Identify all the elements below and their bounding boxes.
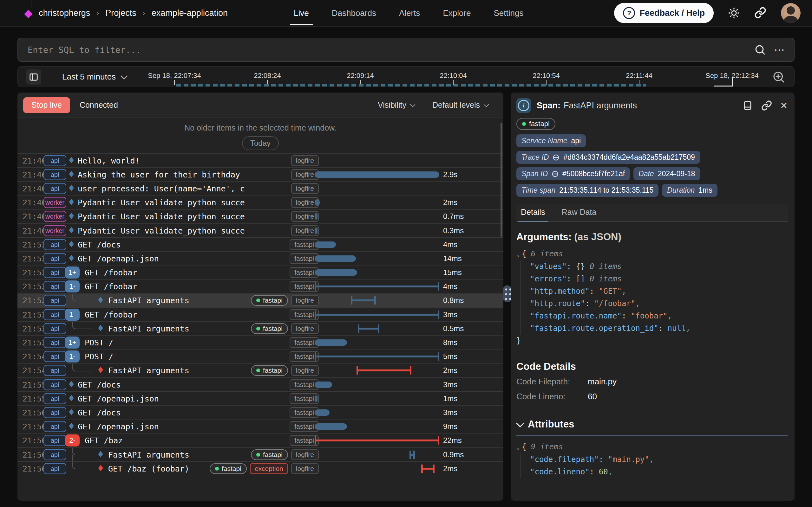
close-icon[interactable]: ✕	[780, 101, 788, 111]
row-tag-api[interactable]: api	[44, 169, 66, 180]
row-tag-worker[interactable]: worker	[44, 211, 66, 222]
row-tag-api[interactable]: api	[44, 253, 66, 264]
child-count-badge[interactable]: 1+	[65, 267, 80, 279]
row-tag-api[interactable]: api	[44, 183, 66, 194]
chevron-down-icon[interactable]	[516, 419, 524, 427]
row-tag-api[interactable]: api	[44, 155, 66, 166]
row-message: FastAPI arguments	[108, 450, 189, 459]
sql-filter-input[interactable]	[18, 45, 754, 55]
copy-link-icon[interactable]	[761, 100, 772, 111]
today-button[interactable]: Today	[242, 136, 279, 150]
service-tag-pill[interactable]: fastapi	[516, 118, 555, 130]
breadcrumb-projects[interactable]: Projects	[105, 8, 136, 18]
row-tag-api[interactable]: api	[44, 407, 66, 418]
trace-row[interactable]: 21:53:28api♦GET /docsfastapi4ms	[17, 237, 503, 251]
trace-row[interactable]: 21:53:33api1+GET /foobarfastapi15ms	[17, 266, 503, 279]
duration-track	[315, 181, 439, 195]
user-avatar[interactable]	[781, 3, 801, 23]
more-options-icon[interactable]: ⋯	[774, 47, 786, 53]
row-tag-api[interactable]: api	[44, 449, 66, 460]
duration-track	[315, 378, 439, 391]
link-icon	[552, 170, 559, 177]
child-count-badge[interactable]: 1-	[65, 280, 80, 292]
row-pills: fastapilogfire	[251, 365, 319, 376]
duration-bar	[315, 228, 317, 234]
tab-explore[interactable]: Explore	[443, 0, 471, 26]
tab-alerts[interactable]: Alerts	[399, 0, 420, 26]
theme-toggle-icon[interactable]	[728, 7, 740, 19]
default-levels-dropdown[interactable]: Default levels	[432, 101, 488, 110]
trace-row[interactable]: 21:55:58api♦GET /docsfastapi3ms	[17, 377, 503, 391]
row-tag-worker[interactable]: worker	[44, 197, 66, 208]
trace-row[interactable]: 21:46:55worker♦Pydantic User validate_py…	[17, 210, 503, 223]
row-message: GET /baz (foobar)	[108, 464, 189, 473]
row-tag-api[interactable]: api	[44, 435, 66, 446]
meta-badge-trace-id[interactable]: Trace ID#d834c3374dd6fa2e4aa82a55ab21750…	[516, 151, 700, 164]
tab-live[interactable]: Live	[294, 0, 309, 26]
share-link-icon[interactable]	[754, 7, 767, 19]
trace-row[interactable]: 21:56:13api2-GET /bazfastapi22ms	[17, 434, 503, 447]
trace-row[interactable]: 21:46:19api♦Hello, world!logfire	[17, 153, 503, 167]
row-tag-api[interactable]: api	[44, 351, 66, 362]
duration-label: 4ms	[443, 240, 457, 249]
tab-dashboards[interactable]: Dashboards	[332, 0, 376, 26]
panel-layout-icon[interactable]	[742, 100, 753, 111]
breadcrumb-project[interactable]: example-application	[152, 8, 228, 18]
trace-row[interactable]: 21:53:35api♦FastAPI argumentsfastapilogf…	[17, 321, 503, 335]
detail-tab-details[interactable]: Details	[519, 204, 546, 221]
duration-track	[315, 364, 439, 377]
trace-row[interactable]: 21:53:35api1-GET /foobarfastapi3ms	[17, 307, 503, 321]
trace-row[interactable]: 21:46:19api♦Asking the user for their bi…	[17, 167, 503, 181]
meta-badge-span-id[interactable]: Span ID#5008bce5f7fe21af	[516, 167, 630, 180]
search-icon[interactable]	[754, 44, 766, 55]
duration-label: 3ms	[443, 408, 457, 417]
child-count-badge[interactable]: 2-	[65, 435, 80, 447]
visibility-dropdown[interactable]: Visibility	[378, 101, 414, 110]
child-count-badge[interactable]: 1+	[65, 337, 80, 349]
row-tag-api[interactable]: api	[44, 463, 66, 474]
trace-row[interactable]: 21:54:37api1-POST /fastapi5ms	[17, 349, 503, 363]
json-line: "fastapi.route.operation_id": null,	[530, 322, 788, 335]
child-count-badge[interactable]: 1-	[65, 308, 80, 321]
duration-label: 15ms	[443, 268, 462, 277]
row-tag-api[interactable]: api	[44, 393, 66, 404]
row-tag-api[interactable]: api	[44, 239, 66, 250]
panel-resize-handle[interactable]	[503, 285, 512, 302]
trace-row[interactable]: 21:53:35api♦FastAPI argumentsfastapilogf…	[17, 293, 503, 307]
trace-row[interactable]: 21:53:35api1-GET /foobarfastapi4ms	[17, 279, 503, 293]
trace-row[interactable]: 21:53:28api♦GET /openapi.jsonfastapi14ms	[17, 251, 503, 265]
child-count-badge[interactable]: 1-	[65, 350, 80, 362]
row-message: FastAPI arguments	[108, 296, 189, 305]
row-tag-api[interactable]: api	[44, 337, 66, 348]
trace-row[interactable]: 21:56:09api♦GET /openapi.jsonfastapi9ms	[17, 419, 503, 434]
trace-row[interactable]: 21:46:33api♦user processed: User(name='A…	[17, 181, 503, 195]
stop-live-button[interactable]: Stop live	[23, 97, 70, 113]
trace-row[interactable]: 21:56:13api♦GET /baz (foobar)fastapiexce…	[17, 461, 503, 475]
trace-row[interactable]: 21:55:58api♦GET /openapi.jsonfastapi1ms	[17, 391, 503, 405]
trace-row[interactable]: 21:54:37api♦FastAPI argumentsfastapilogf…	[17, 363, 503, 377]
feedback-help-button[interactable]: ? Feedback / Help	[614, 3, 714, 23]
zoom-in-icon[interactable]	[772, 70, 785, 83]
row-message: Pydantic User validate_python succe	[78, 212, 245, 221]
row-tag-api[interactable]: api	[44, 421, 66, 432]
breadcrumb-org[interactable]: christophergs	[39, 8, 90, 18]
trace-row[interactable]: 21:46:55worker♦Pydantic User validate_py…	[17, 195, 503, 210]
row-tag-api[interactable]: api	[44, 281, 66, 292]
tree-connector	[72, 294, 93, 301]
trace-row[interactable]: 21:53:56api1+POST /fastapi8ms	[17, 335, 503, 349]
detail-tab-raw-data[interactable]: Raw Data	[560, 204, 598, 221]
row-tag-api[interactable]: api	[44, 365, 66, 376]
trace-row[interactable]: 21:46:55worker♦Pydantic User validate_py…	[17, 223, 503, 237]
pill-fastapi: fastapi	[251, 323, 288, 334]
tab-settings[interactable]: Settings	[494, 0, 524, 26]
scrollbar-thumb[interactable]	[501, 123, 502, 237]
trace-row[interactable]: 21:56:13api♦FastAPI argumentsfastapilogf…	[17, 447, 503, 461]
duration-label: 0.9ms	[443, 450, 464, 459]
row-tag-api[interactable]: api	[44, 323, 66, 334]
row-tag-api[interactable]: api	[44, 379, 66, 390]
row-tag-api[interactable]: api	[44, 309, 66, 320]
row-tag-api[interactable]: api	[44, 295, 66, 306]
trace-row[interactable]: 21:56:09api♦GET /docsfastapi3ms	[17, 405, 503, 419]
row-tag-api[interactable]: api	[44, 267, 66, 278]
row-tag-worker[interactable]: worker	[44, 225, 66, 236]
